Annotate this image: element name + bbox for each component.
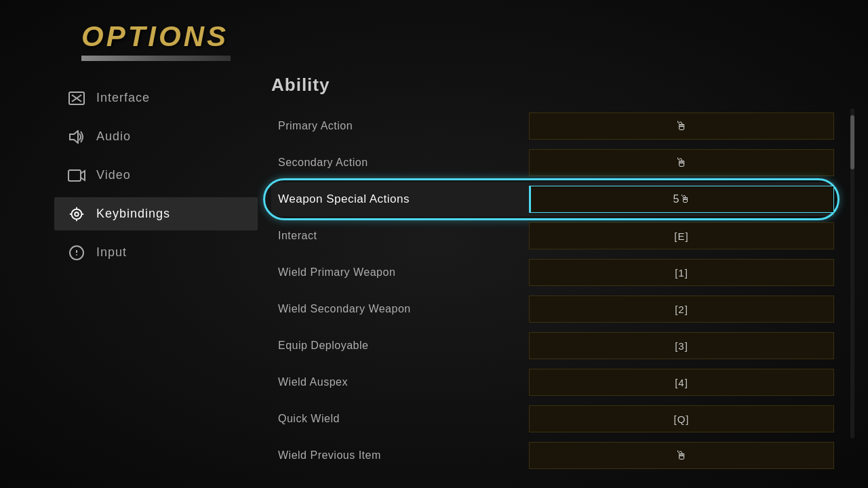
keybinding-row-wield-auspex: Wield Auspex [4] — [271, 365, 834, 399]
page-title: OPTIONS — [81, 20, 868, 53]
input-icon — [68, 246, 85, 260]
sidebar-item-input[interactable]: Input — [54, 236, 258, 269]
action-label-wield-secondary: Wield Secondary Weapon — [271, 303, 529, 315]
action-label-wield-auspex: Wield Auspex — [271, 376, 529, 388]
section-title: Ability — [271, 75, 854, 96]
weapon-special-key: 5🖱 — [673, 193, 692, 205]
svg-point-5 — [72, 209, 82, 219]
equip-deployable-key: [3] — [675, 340, 688, 352]
action-label-secondary-action: Secondary Action — [271, 157, 529, 169]
scrollbar[interactable] — [850, 108, 854, 439]
keybinding-box-interact[interactable]: [E] — [529, 222, 834, 249]
keybinding-row-weapon-special: Weapon Special Actions 5🖱 — [271, 182, 834, 216]
wield-secondary-key: [2] — [675, 304, 688, 315]
scrollbar-thumb[interactable] — [850, 115, 854, 169]
keybinding-row-wield-previous: Wield Previous Item 🖱 — [271, 439, 834, 472]
action-label-interact: Interact — [271, 230, 529, 242]
action-label-weapon-special: Weapon Special Actions — [271, 192, 529, 206]
action-label-equip-deployable: Equip Deployable — [271, 340, 529, 352]
keybinding-row-wield-primary: Wield Primary Weapon [1] — [271, 256, 834, 289]
keybinding-box-wield-primary[interactable]: [1] — [529, 259, 834, 286]
keybinding-row-interact: Interact [E] — [271, 219, 834, 253]
keybinding-box-weapon-special[interactable]: 5🖱 — [529, 186, 834, 213]
keybinding-list: Primary Action 🖱 Secondary Action 🖱 Weap… — [271, 109, 854, 472]
mouse-icon: 🖱 — [675, 119, 688, 134]
content-area: Ability Primary Action 🖱 Secondary Actio… — [258, 68, 868, 479]
video-icon — [68, 169, 85, 182]
keybinding-box-quick-wield[interactable]: [Q] — [529, 405, 834, 432]
interface-icon — [68, 92, 85, 105]
sidebar-item-video[interactable]: Video — [54, 159, 258, 192]
keybinding-box-primary-action[interactable]: 🖱 — [529, 113, 834, 140]
audio-icon — [68, 130, 85, 144]
header-decoration — [81, 56, 231, 61]
keybinding-box-wield-auspex[interactable]: [4] — [529, 369, 834, 396]
main-layout: Interface Audio — [0, 61, 868, 486]
svg-point-13 — [76, 254, 77, 256]
keybinding-box-wield-previous[interactable]: 🖱 — [529, 442, 834, 469]
wield-primary-key: [1] — [675, 267, 688, 279]
sidebar-label-audio: Audio — [96, 129, 131, 144]
sidebar-item-keybindings[interactable]: Keybindings — [54, 197, 258, 230]
header: OPTIONS — [0, 0, 868, 61]
wield-previous-icon: 🖱 — [675, 449, 688, 463]
keybinding-row-primary-action: Primary Action 🖱 — [271, 109, 834, 143]
sidebar-label-input: Input — [96, 245, 127, 260]
keybinding-row-secondary-action: Secondary Action 🖱 — [271, 146, 834, 180]
mouse-icon-secondary: 🖱 — [675, 156, 688, 170]
action-label-primary-action: Primary Action — [271, 120, 529, 132]
quick-wield-key: [Q] — [673, 413, 689, 425]
interact-key: [E] — [674, 230, 688, 242]
sidebar-label-video: Video — [96, 168, 131, 182]
wield-auspex-key: [4] — [675, 377, 688, 388]
svg-point-6 — [75, 212, 79, 216]
sidebar-item-interface[interactable]: Interface — [54, 81, 258, 115]
keybinding-row-wield-secondary: Wield Secondary Weapon [2] — [271, 292, 834, 326]
svg-rect-4 — [68, 170, 81, 181]
sidebar-label-interface: Interface — [96, 91, 150, 105]
action-label-wield-primary: Wield Primary Weapon — [271, 266, 529, 279]
sidebar-item-audio[interactable]: Audio — [54, 120, 258, 153]
keybinding-box-wield-secondary[interactable]: [2] — [529, 296, 834, 323]
keybinding-box-equip-deployable[interactable]: [3] — [529, 332, 834, 359]
keybindings-icon — [68, 207, 85, 221]
sidebar-label-keybindings: Keybindings — [96, 207, 170, 221]
keybinding-row-quick-wield: Quick Wield [Q] — [271, 402, 834, 436]
action-label-wield-previous: Wield Previous Item — [271, 449, 529, 462]
keybinding-row-equip-deployable: Equip Deployable [3] — [271, 329, 834, 363]
sidebar: Interface Audio — [0, 68, 258, 479]
svg-marker-3 — [70, 131, 78, 143]
action-label-quick-wield: Quick Wield — [271, 413, 529, 425]
keybinding-box-secondary-action[interactable]: 🖱 — [529, 149, 834, 176]
